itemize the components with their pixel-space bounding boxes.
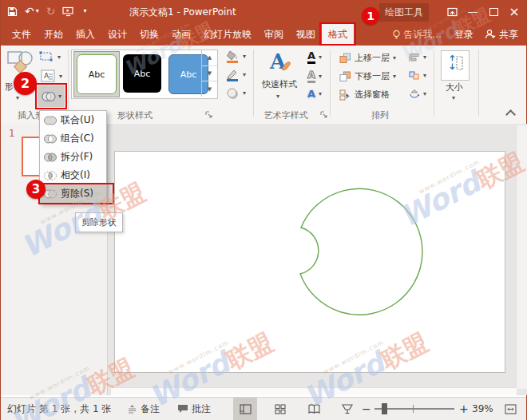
quick-access-toolbar: ↶▾ ↻ ▾ — [7, 2, 87, 20]
shape-fill-button[interactable]: ▾ — [226, 50, 246, 63]
send-backward-button[interactable]: 下移一层 ▾ — [339, 70, 396, 82]
chevron-down-icon[interactable]: ▾ — [393, 73, 396, 80]
reading-view-icon — [308, 404, 320, 414]
style-card-green-outline[interactable]: Abc — [77, 54, 117, 94]
tab-insert[interactable]: 插入 — [69, 23, 101, 46]
ribbon-display-options-button[interactable] — [442, 0, 462, 23]
share-button[interactable]: 共享 — [480, 28, 526, 42]
slide-canvas[interactable] — [114, 151, 505, 373]
chevron-down-icon[interactable]: ▾ — [319, 91, 322, 97]
tab-format[interactable]: 格式 — [322, 23, 354, 46]
chevron-down-icon[interactable]: ▾ — [319, 73, 322, 80]
chevron-down-icon[interactable]: ▾ — [36, 8, 39, 14]
tab-animations[interactable]: 动画 — [165, 23, 197, 46]
rotate-button[interactable]: ▾ — [408, 89, 426, 99]
shape-effects-button[interactable]: ▾ — [226, 87, 246, 100]
menu-item-intersect[interactable]: 相交(I) — [40, 166, 106, 184]
bring-forward-button[interactable]: 上移一层 ▾ — [339, 52, 396, 64]
chevron-down-icon[interactable]: ▾ — [243, 53, 246, 60]
chevron-down-icon[interactable]: ▾ — [276, 93, 279, 100]
size-button[interactable] — [441, 50, 470, 81]
zoom-in-button[interactable]: + — [459, 398, 469, 420]
gallery-more-button[interactable]: ▼ — [202, 81, 217, 97]
menu-item-label: 联合(U) — [61, 113, 94, 127]
gallery-scroll-up[interactable]: ▲ — [202, 50, 217, 66]
menu-item-label: 剪除(S) — [61, 187, 93, 200]
zoom-level[interactable]: 39% — [472, 398, 493, 420]
tab-view[interactable]: 视图 — [290, 23, 322, 46]
chevron-down-icon[interactable]: ▾ — [58, 93, 61, 100]
dialog-launcher-icon[interactable] — [205, 111, 213, 119]
chevron-down-icon[interactable]: ▾ — [243, 72, 246, 78]
menu-item-subtract[interactable]: 剪除(S) — [40, 184, 106, 203]
close-button[interactable]: × — [504, 0, 525, 23]
tab-review[interactable]: 审阅 — [258, 23, 290, 46]
slideshow-view-button[interactable] — [335, 398, 359, 420]
combine-icon — [43, 133, 57, 145]
merge-shapes-menu: 联合(U) 组合(C) 拆分(F) 相交(I) 剪除(S) — [39, 110, 107, 204]
minimize-button[interactable]: — — [462, 0, 483, 23]
tab-slideshow[interactable]: 幻灯片放映 — [197, 23, 258, 46]
normal-view-button[interactable] — [233, 398, 257, 420]
shape-outline-button[interactable]: ▾ — [226, 69, 246, 81]
maximize-button[interactable] — [483, 0, 504, 23]
slide-sorter-view-button[interactable] — [268, 398, 292, 420]
quick-styles-button[interactable]: A — [263, 50, 298, 78]
svg-text:A: A — [44, 72, 50, 80]
menu-item-union[interactable]: 联合(U) — [40, 111, 106, 129]
tab-file[interactable]: 文件 — [6, 23, 38, 46]
reading-view-button[interactable] — [302, 398, 326, 420]
chevron-down-icon[interactable]: ▾ — [423, 73, 426, 79]
selection-pane-button[interactable]: 选择窗格 — [339, 89, 390, 101]
notes-label: 备注 — [141, 402, 160, 416]
send-backward-icon — [339, 71, 351, 82]
undo-button[interactable]: ↶▾ — [25, 6, 39, 17]
group-objects-button[interactable]: ▾ — [408, 70, 426, 81]
chevron-down-icon[interactable]: ▾ — [59, 73, 62, 80]
chevron-down-icon[interactable]: ▾ — [423, 91, 426, 97]
chevron-down-icon[interactable]: ▾ — [423, 54, 426, 61]
tab-format-label: 格式 — [328, 28, 347, 42]
menu-item-fragment[interactable]: 拆分(F) — [40, 148, 106, 166]
text-box-icon[interactable]: A — [41, 69, 55, 82]
slide-editing-area — [107, 124, 527, 395]
start-slideshow-icon[interactable] — [62, 6, 74, 17]
merge-shapes-button[interactable]: ▾ — [38, 85, 65, 107]
vertical-scrollbar[interactable] — [516, 125, 527, 389]
notes-button[interactable]: 备注 — [127, 398, 160, 420]
chevron-down-icon[interactable]: ▾ — [243, 90, 246, 97]
tab-transitions[interactable]: 切换 — [133, 23, 165, 46]
chevron-down-icon[interactable]: ▾ — [452, 95, 455, 101]
text-effects-button[interactable]: A ▾ — [307, 89, 322, 100]
zoom-slider-center-tick — [413, 405, 414, 413]
comments-button[interactable]: 批注 — [177, 398, 211, 420]
collapse-ribbon-icon[interactable] — [505, 109, 516, 120]
sign-in-button[interactable]: 登录 — [448, 28, 480, 42]
save-icon[interactable] — [7, 6, 18, 17]
align-button[interactable]: ▾ — [408, 52, 426, 62]
horizontal-scrollbar[interactable] — [111, 387, 517, 395]
zoom-out-button[interactable]: − — [362, 398, 371, 420]
chevron-down-icon[interactable]: ▾ — [393, 55, 396, 61]
text-fill-button[interactable]: A ▾ — [307, 50, 322, 64]
tab-design[interactable]: 设计 — [101, 23, 133, 46]
customize-qat-icon[interactable]: ▾ — [83, 8, 86, 14]
menu-item-combine[interactable]: 组合(C) — [40, 129, 106, 148]
chevron-down-icon[interactable]: ▾ — [57, 54, 61, 61]
tab-home[interactable]: 开始 — [38, 23, 69, 46]
style-card-black[interactable]: Abc — [123, 54, 161, 93]
zoom-slider-thumb[interactable] — [382, 403, 387, 414]
dialog-launcher-icon[interactable] — [320, 111, 328, 119]
chevron-down-icon[interactable]: ▾ — [16, 95, 19, 101]
text-outline-button[interactable]: A ▾ — [307, 69, 322, 83]
gallery-scroll-down[interactable]: ▼ — [202, 66, 217, 82]
window-controls: — × — [442, 0, 525, 23]
subtracted-circle-shape[interactable] — [300, 188, 422, 315]
step-badge-3: 3 — [26, 180, 46, 199]
fit-slide-to-window-button[interactable] — [498, 398, 522, 420]
edit-shape-icon[interactable] — [39, 51, 53, 62]
tell-me-button[interactable]: 告诉我... — [386, 28, 448, 42]
lightbulb-icon — [392, 30, 401, 40]
menu-item-label: 相交(I) — [61, 168, 90, 182]
chevron-down-icon[interactable]: ▾ — [319, 54, 322, 61]
